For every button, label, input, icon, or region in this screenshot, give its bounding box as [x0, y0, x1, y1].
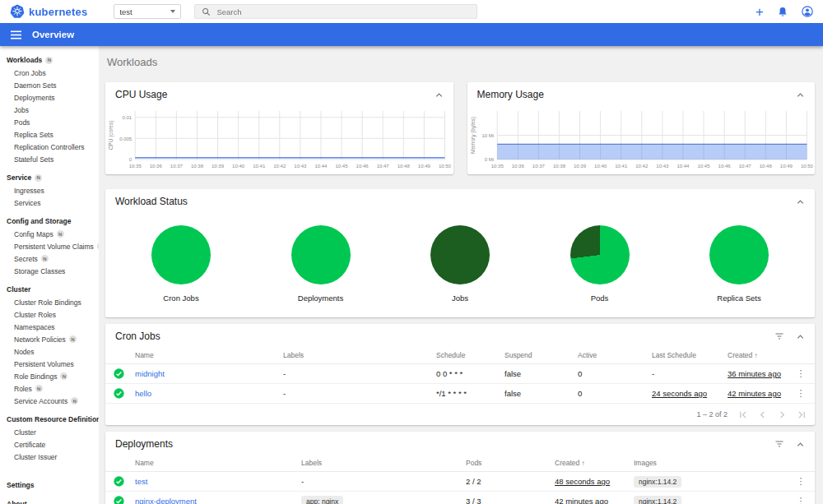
- sidebar-item-daemon-sets[interactable]: Daemon Sets: [0, 79, 99, 91]
- svg-text:0 Mi: 0 Mi: [484, 157, 493, 162]
- deployment-row[interactable]: nginx-deployment app: nginx 3 / 3 42 min…: [105, 492, 815, 504]
- column-header-name[interactable]: Name: [135, 351, 283, 359]
- previous-page-button[interactable]: [758, 410, 767, 419]
- sidebar-item-settings[interactable]: Settings: [0, 478, 99, 492]
- deployment-name-link[interactable]: nginx-deployment: [135, 497, 301, 504]
- column-header-suspend[interactable]: Suspend: [504, 351, 578, 359]
- pie-chart-replica-sets[interactable]: [709, 225, 769, 284]
- schedule-cell: */1 * * * *: [436, 389, 504, 398]
- create-resource-button[interactable]: +: [756, 5, 764, 19]
- sidebar-item-roles[interactable]: RolesN: [0, 382, 99, 395]
- column-header-images[interactable]: Images: [634, 459, 787, 467]
- sidebar-item-stateful-sets[interactable]: Stateful Sets: [0, 153, 99, 165]
- pie-chart-pods[interactable]: [570, 225, 630, 284]
- search-bar[interactable]: [194, 4, 477, 19]
- row-menu-button[interactable]: ⋮: [787, 368, 815, 379]
- cron-jobs-card: Cron Jobs NameLabelsScheduleSuspendActiv…: [105, 324, 815, 425]
- pie-chart-jobs[interactable]: [430, 225, 490, 284]
- sidebar-item-deployments[interactable]: Deployments: [0, 91, 99, 104]
- sidebar-item-cluster[interactable]: Cluster: [0, 426, 99, 438]
- sidebar-item-label: Certificate: [14, 441, 45, 449]
- svg-text:10:50: 10:50: [439, 164, 452, 169]
- column-header-created[interactable]: Created ↑: [728, 351, 787, 359]
- cron-job-name-link[interactable]: midnight: [135, 369, 283, 378]
- filter-icon[interactable]: [774, 439, 784, 449]
- menu-button[interactable]: [11, 30, 21, 39]
- sidebar-item-cluster-issuer[interactable]: Cluster Issuer: [0, 451, 99, 463]
- sidebar-item-replica-sets[interactable]: Replica Sets: [0, 128, 99, 141]
- column-header-schedule[interactable]: Schedule: [436, 351, 504, 359]
- sidebar-item-config-maps[interactable]: Config MapsN: [0, 228, 99, 240]
- cron-job-row[interactable]: hello - */1 * * * * false 0 24 seconds a…: [105, 384, 815, 404]
- sidebar-item-service-accounts[interactable]: Service AccountsN: [0, 395, 99, 407]
- sidebar-item-certificate[interactable]: Certificate: [0, 438, 99, 451]
- sidebar-item-network-policies[interactable]: Network PoliciesN: [0, 333, 99, 345]
- sidebar-item-label: Daemon Sets: [14, 81, 57, 90]
- column-header-labels[interactable]: Labels: [301, 459, 466, 467]
- sidebar-item-nodes[interactable]: Nodes: [0, 345, 99, 358]
- filter-icon[interactable]: [774, 331, 784, 341]
- svg-text:10:38: 10:38: [191, 164, 204, 169]
- cron-job-name-link[interactable]: hello: [135, 389, 283, 398]
- sidebar-item-label: Roles: [14, 385, 32, 393]
- last-page-button[interactable]: [797, 410, 807, 419]
- row-menu-button[interactable]: ⋮: [787, 476, 815, 487]
- profile-button[interactable]: [802, 6, 813, 17]
- row-menu-button[interactable]: ⋮: [787, 388, 815, 399]
- column-header-name[interactable]: Name: [135, 459, 301, 467]
- collapse-icon[interactable]: [796, 197, 805, 206]
- notifications-button[interactable]: [778, 7, 788, 17]
- sidebar-item-about[interactable]: About: [0, 497, 99, 504]
- namespace-selector[interactable]: test: [114, 4, 181, 19]
- next-page-button[interactable]: [778, 410, 787, 419]
- first-page-button[interactable]: [738, 410, 747, 419]
- sidebar-section-workloads[interactable]: WorkloadsN: [0, 53, 99, 67]
- sidebar-item-cluster-role-bindings[interactable]: Cluster Role Bindings: [0, 296, 99, 308]
- sidebar-item-pods[interactable]: Pods: [0, 116, 99, 128]
- sidebar-item-cron-jobs[interactable]: Cron Jobs: [0, 67, 99, 79]
- kubernetes-brand[interactable]: kubernetes: [10, 4, 87, 19]
- workload-status-card: Workload Status Cron Jobs Deployments Jo…: [105, 189, 815, 317]
- sidebar-section-cluster[interactable]: Cluster: [0, 282, 99, 296]
- collapse-icon[interactable]: [796, 90, 805, 99]
- sidebar-item-jobs[interactable]: Jobs: [0, 104, 99, 116]
- column-header-pods[interactable]: Pods: [466, 459, 555, 467]
- pie-chart-cron-jobs[interactable]: [151, 225, 211, 284]
- collapse-icon[interactable]: [796, 440, 805, 449]
- sidebar-section-service[interactable]: ServiceN: [0, 170, 99, 184]
- cron-job-row[interactable]: midnight - 0 0 * * * false 0 - 36 minute…: [105, 364, 815, 384]
- sidebar-section-config-and-storage[interactable]: Config and Storage: [0, 214, 99, 228]
- column-header-labels[interactable]: Labels: [283, 351, 436, 359]
- svg-text:10:42: 10:42: [635, 164, 649, 169]
- sidebar-item-secrets[interactable]: SecretsN: [0, 252, 99, 265]
- deployment-row[interactable]: test - 2 / 2 48 seconds ago nginx:1.14.2…: [105, 472, 815, 492]
- status-ok-icon: [114, 368, 124, 379]
- sidebar-item-services[interactable]: Services: [0, 197, 99, 209]
- collapse-icon[interactable]: [435, 90, 444, 99]
- row-menu-button[interactable]: ⋮: [787, 496, 815, 504]
- sidebar-item-namespaces[interactable]: Namespaces: [0, 321, 99, 333]
- search-input[interactable]: [216, 7, 470, 16]
- column-header-active[interactable]: Active: [578, 351, 652, 359]
- sort-asc-icon: ↑: [755, 352, 758, 359]
- main-content: Workloads CPU Usage 10:3510:3610:3710:38…: [99, 46, 823, 504]
- cpu-usage-title: CPU Usage: [115, 89, 167, 100]
- pie-chart-deployments[interactable]: [291, 225, 351, 284]
- sidebar-item-cluster-roles[interactable]: Cluster Roles: [0, 308, 99, 321]
- collapse-icon[interactable]: [796, 332, 805, 341]
- sidebar-item-persistent-volumes[interactable]: Persistent Volumes: [0, 358, 99, 370]
- namespaced-badge: N: [41, 255, 49, 262]
- column-header-created[interactable]: Created ↑: [555, 459, 634, 467]
- sidebar-section-custom-resource-definitions[interactable]: Custom Resource Definitions: [0, 412, 99, 426]
- svg-text:10:37: 10:37: [532, 164, 545, 169]
- sidebar-item-label: Network Policies: [14, 335, 66, 344]
- column-header-last-schedule[interactable]: Last Schedule: [652, 351, 728, 359]
- sidebar-item-persistent-volume-claims[interactable]: Persistent Volume ClaimsN: [0, 240, 99, 252]
- svg-text:0.005: 0.005: [119, 136, 133, 141]
- labels-cell: -: [283, 389, 436, 398]
- sidebar-item-ingresses[interactable]: Ingresses: [0, 184, 99, 197]
- sidebar-item-storage-classes[interactable]: Storage Classes: [0, 265, 99, 277]
- deployment-name-link[interactable]: test: [135, 477, 301, 486]
- sidebar-item-role-bindings[interactable]: Role BindingsN: [0, 370, 99, 382]
- sidebar-item-replication-controllers[interactable]: Replication Controllers: [0, 141, 99, 153]
